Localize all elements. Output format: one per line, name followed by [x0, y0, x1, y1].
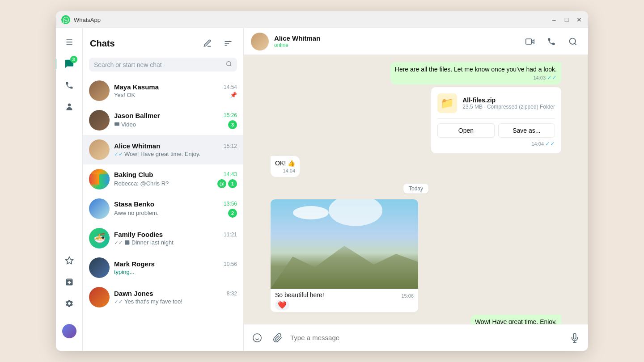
sidebar-calls-icon[interactable]: [60, 76, 78, 94]
self-avatar[interactable]: [62, 324, 76, 338]
messages-area: Here are all the files. Let me know once…: [244, 55, 588, 324]
maximize-button[interactable]: □: [563, 16, 570, 23]
date-divider-text: Today: [403, 184, 428, 194]
chat-name-dawn: Dawn Jones: [114, 290, 153, 297]
mic-button[interactable]: [567, 330, 583, 346]
sidebar-menu-icon[interactable]: ☰: [60, 34, 78, 51]
message-m2: 📁 All-files.zip 23.5 MB · Compressed (zi…: [431, 87, 561, 153]
emoji-button[interactable]: [249, 330, 265, 346]
avatar-jason: [89, 110, 110, 130]
open-file-button[interactable]: Open: [437, 123, 494, 138]
message-m4: So beautiful here! 15:06 ❤️: [271, 199, 418, 312]
heart-reaction[interactable]: ❤️: [275, 300, 289, 310]
chat-item-family[interactable]: 🍜 Family Foodies 11:21 ✓✓ Dinner last ni…: [83, 223, 243, 253]
filter-button[interactable]: [220, 35, 236, 51]
chat-preview-mark: typing...: [114, 269, 135, 275]
new-chat-button[interactable]: [199, 35, 216, 51]
chat-panel: Alice Whitman online: [244, 28, 588, 351]
avatar-baking: [89, 169, 110, 189]
chat-info-jason: Jason Ballmer 15:26 Video 3: [114, 112, 237, 129]
chat-header-avatar[interactable]: [251, 33, 269, 51]
chat-info-stasa: Stasa Benko 13:56 Aww no problem. 2: [114, 200, 237, 218]
unread-badge-baking: 1: [228, 179, 237, 188]
app-body: ☰ 3: [56, 28, 588, 351]
svg-point-2: [227, 62, 231, 66]
svg-line-11: [575, 43, 576, 45]
minimize-button[interactable]: –: [551, 16, 558, 23]
msg-time-m1: 14:03: [533, 75, 546, 80]
chat-item-mark[interactable]: Mark Rogers 10:56 typing...: [83, 253, 243, 282]
svg-point-0: [68, 104, 71, 107]
chat-header-name: Alice Whitman: [274, 34, 517, 42]
message-input[interactable]: [290, 334, 562, 341]
chat-time-maya: 14:54: [224, 84, 237, 90]
unread-badge-jason: 3: [228, 120, 237, 129]
file-bubble-m2: 📁 All-files.zip 23.5 MB · Compressed (zi…: [431, 87, 561, 153]
chat-preview-jason: Video: [114, 121, 136, 128]
svg-point-7: [126, 241, 127, 242]
chat-list-header: Chats: [83, 28, 243, 55]
chat-item-stasa[interactable]: Stasa Benko 13:56 Aww no problem. 2: [83, 194, 243, 223]
svg-line-3: [230, 65, 232, 67]
sidebar-starred-icon[interactable]: [60, 252, 78, 269]
chat-info-baking: Baking Club 14:43 Rebecca: @Chris R? @ 1: [114, 171, 237, 188]
message-text-m5: Wow! Have great time. Enjoy.: [475, 318, 557, 324]
at-badge-baking: @: [217, 179, 226, 188]
bubble-m1: Here are all the files. Let me know once…: [390, 62, 561, 84]
sidebar-archived-icon[interactable]: [60, 273, 78, 291]
chat-header-icons: [199, 35, 236, 51]
sidebar-chats-icon[interactable]: 3: [60, 55, 78, 73]
chat-header-info: Alice Whitman online: [274, 34, 517, 48]
app-title: WhatsApp: [74, 17, 551, 23]
avatar-family: 🍜: [89, 228, 110, 248]
file-info: All-files.zip 23.5 MB · Compressed (zipp…: [462, 97, 555, 110]
chat-header-status: online: [274, 42, 517, 48]
svg-marker-1: [65, 257, 73, 264]
chat-preview-baking: Rebecca: @Chris R?: [114, 180, 169, 187]
file-row: 📁 All-files.zip 23.5 MB · Compressed (zi…: [437, 93, 555, 113]
chat-header: Alice Whitman online: [244, 28, 588, 55]
voice-call-button[interactable]: [543, 34, 559, 50]
attach-button[interactable]: [270, 330, 286, 346]
window-controls: – □ ✕: [551, 16, 583, 23]
search-input[interactable]: [94, 61, 226, 68]
chat-search-button[interactable]: [565, 34, 581, 50]
bubble-m3: OK! 👍 14:04: [271, 156, 300, 177]
chat-info-maya: Maya Kasuma 14:54 Yes! OK 📌: [114, 83, 237, 98]
sidebar-communities-icon[interactable]: [60, 98, 78, 116]
chat-item-dawn[interactable]: Dawn Jones 8:32 ✓✓ Yes that's my fave to…: [83, 282, 243, 312]
read-check-alice: ✓✓: [114, 151, 123, 157]
reaction-row: ❤️: [275, 300, 414, 310]
close-button[interactable]: ✕: [576, 16, 583, 23]
video-call-button[interactable]: [522, 34, 538, 50]
chat-list: Maya Kasuma 14:54 Yes! OK 📌 Ja: [83, 76, 243, 351]
save-file-button[interactable]: Save as...: [498, 123, 555, 138]
avatar-alice: [89, 139, 110, 160]
photo-bubble-m4: So beautiful here! 15:06 ❤️: [271, 199, 418, 312]
chat-input-area: [244, 324, 588, 351]
message-m1: Here are all the files. Let me know once…: [390, 62, 561, 84]
chat-time-family: 11:21: [224, 232, 237, 238]
chat-item-maya[interactable]: Maya Kasuma 14:54 Yes! OK 📌: [83, 76, 243, 105]
chat-name-stasa: Stasa Benko: [114, 200, 154, 208]
chat-time-mark: 10:56: [224, 261, 237, 267]
read-receipt-m1: ✓✓: [547, 74, 557, 81]
chat-time-baking: 14:43: [224, 171, 237, 177]
file-icon: 📁: [437, 93, 457, 113]
photo-image[interactable]: [271, 199, 418, 289]
photo-caption-area: So beautiful here! 15:06 ❤️: [271, 289, 418, 312]
chats-badge: 3: [70, 56, 77, 63]
chat-item-alice[interactable]: Alice Whitman 15:12 ✓✓ Wow! Have great t…: [83, 135, 243, 164]
file-meta: 23.5 MB · Compressed (zipped) Folder: [462, 104, 555, 110]
sidebar-settings-icon[interactable]: [60, 295, 78, 312]
file-actions: Open Save as...: [437, 118, 555, 138]
chat-item-baking[interactable]: Baking Club 14:43 Rebecca: @Chris R? @ 1: [83, 164, 243, 194]
app-window: WhatsApp – □ ✕ ☰ 3: [56, 11, 588, 351]
chats-title: Chats: [90, 38, 115, 49]
avatar-stasa: [89, 198, 110, 219]
chat-item-jason[interactable]: Jason Ballmer 15:26 Video 3: [83, 105, 243, 135]
svg-rect-9: [526, 39, 532, 44]
msg-time-m3: 14:04: [283, 168, 295, 173]
svg-marker-8: [531, 39, 534, 43]
pin-icon-maya: 📌: [230, 92, 237, 98]
